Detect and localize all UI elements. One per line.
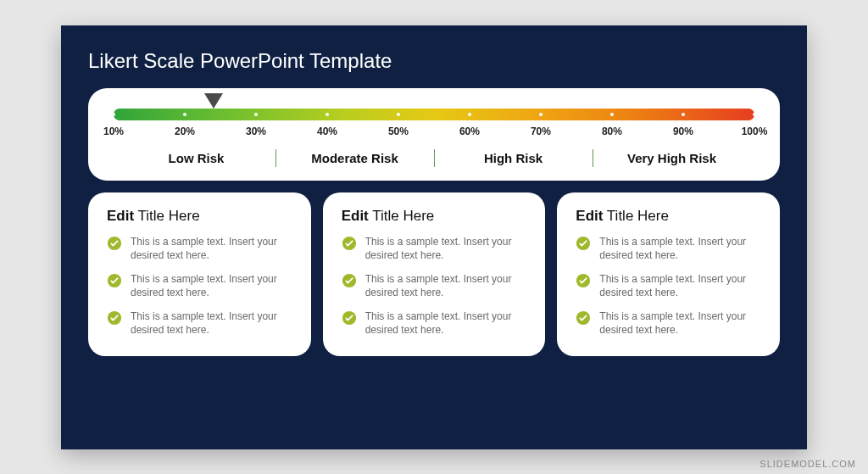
bullet-text: This is a sample text. Insert your desir… xyxy=(131,272,292,299)
card-title-bold: Edit xyxy=(342,208,369,224)
bullet-text: This is a sample text. Insert your desir… xyxy=(599,309,761,337)
risk-label-veryhigh: Very High Risk xyxy=(593,151,751,165)
bullet-text: This is a sample text. Insert your desir… xyxy=(365,272,527,299)
tick-label: 80% xyxy=(602,125,622,137)
card-title-bold: Edit xyxy=(107,208,134,224)
list-item: This is a sample text. Insert your desir… xyxy=(342,272,527,299)
check-icon xyxy=(342,236,357,251)
bullet-text: This is a sample text. Insert your desir… xyxy=(599,235,761,262)
bullet-text: This is a sample text. Insert your desir… xyxy=(131,235,292,262)
tick-label: 30% xyxy=(246,125,266,137)
list-item: This is a sample text. Insert your desir… xyxy=(576,235,761,262)
slide-title: Likert Scale PowerPoint Template xyxy=(88,49,780,73)
scale-tick xyxy=(468,113,471,116)
scale-card: 10% 20% 30% 40% 50% 60% 70% 80% 90% 100%… xyxy=(88,88,780,181)
check-icon xyxy=(576,236,591,251)
risk-label-low: Low Risk xyxy=(117,151,275,165)
tick-label: 100% xyxy=(742,125,768,137)
check-icon xyxy=(107,236,122,251)
card-title: Edit Title Here xyxy=(576,208,761,225)
check-icon xyxy=(342,310,357,326)
list-item: This is a sample text. Insert your desir… xyxy=(342,309,527,337)
scale-tick xyxy=(753,113,756,116)
scale-tick xyxy=(397,113,400,116)
watermark: SLIDEMODEL.COM xyxy=(760,459,856,469)
scale-tick xyxy=(610,113,614,116)
check-icon xyxy=(342,273,357,288)
scale-tick xyxy=(539,113,542,116)
list-item: This is a sample text. Insert your desir… xyxy=(107,309,292,337)
content-card: Edit Title Here This is a sample text. I… xyxy=(557,192,780,356)
scale-area: 10% 20% 30% 40% 50% 60% 70% 80% 90% 100% xyxy=(114,109,754,120)
bullet-text: This is a sample text. Insert your desir… xyxy=(365,235,527,262)
list-item: This is a sample text. Insert your desir… xyxy=(576,272,761,299)
list-item: This is a sample text. Insert your desir… xyxy=(107,272,292,299)
tick-label: 50% xyxy=(388,125,409,137)
risk-label-high: High Risk xyxy=(434,151,593,165)
list-item: This is a sample text. Insert your desir… xyxy=(342,235,527,262)
triangle-marker-icon[interactable] xyxy=(204,93,223,112)
scale-tick xyxy=(112,113,115,116)
content-card: Edit Title Here This is a sample text. I… xyxy=(88,192,311,356)
list-item: This is a sample text. Insert your desir… xyxy=(107,235,292,262)
card-title-bold: Edit xyxy=(576,208,603,224)
tick-label: 40% xyxy=(317,125,337,137)
tick-label: 60% xyxy=(459,125,480,137)
scale-tick xyxy=(254,113,258,116)
risk-label-moderate: Moderate Risk xyxy=(275,151,434,165)
risk-row: Low Risk Moderate Risk High Risk Very Hi… xyxy=(114,151,754,169)
tick-label: 20% xyxy=(175,125,195,137)
card-title-rest: Title Here xyxy=(603,208,668,224)
list-item: This is a sample text. Insert your desir… xyxy=(576,309,761,337)
scale-tick xyxy=(183,113,186,116)
scale-tick xyxy=(326,113,329,116)
content-card: Edit Title Here This is a sample text. I… xyxy=(323,192,546,356)
check-icon xyxy=(107,273,122,288)
svg-marker-0 xyxy=(204,93,223,109)
bullet-text: This is a sample text. Insert your desir… xyxy=(365,309,527,337)
card-title-rest: Title Here xyxy=(134,208,199,224)
check-icon xyxy=(576,310,591,326)
cards-row: Edit Title Here This is a sample text. I… xyxy=(88,192,780,356)
check-icon xyxy=(107,310,122,326)
card-title: Edit Title Here xyxy=(342,208,527,225)
tick-label: 10% xyxy=(103,125,124,137)
tick-label: 70% xyxy=(531,125,551,137)
check-icon xyxy=(576,273,591,288)
tick-label: 90% xyxy=(673,125,693,137)
bullet-text: This is a sample text. Insert your desir… xyxy=(131,309,292,337)
scale-tick xyxy=(682,113,685,116)
card-title-rest: Title Here xyxy=(369,208,434,224)
bullet-text: This is a sample text. Insert your desir… xyxy=(599,272,761,299)
slide: Likert Scale PowerPoint Template 10% 20%… xyxy=(61,25,807,449)
card-title: Edit Title Here xyxy=(107,208,292,225)
